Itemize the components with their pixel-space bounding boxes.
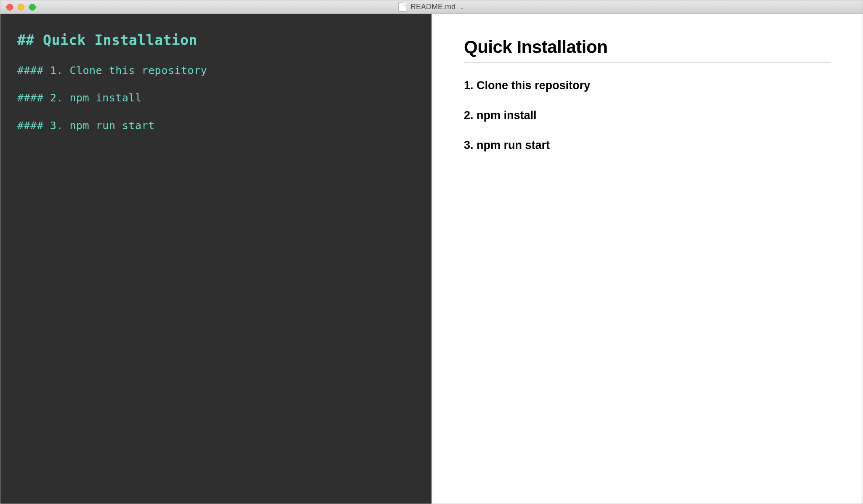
chevron-down-icon[interactable]: ⌄ (460, 4, 465, 11)
markdown-preview: Quick Installation 1. Clone this reposit… (432, 14, 863, 504)
content-area: ## Quick Installation #### 1. Clone this… (0, 14, 863, 504)
editor-line-h4[interactable]: #### 1. Clone this repository (17, 63, 415, 79)
editor-line-h4[interactable]: #### 2. npm install (17, 90, 415, 106)
maximize-button[interactable] (29, 4, 36, 11)
editor-line-h2[interactable]: ## Quick Installation (17, 30, 415, 51)
markdown-editor[interactable]: ## Quick Installation #### 1. Clone this… (0, 14, 432, 504)
editor-line-h4[interactable]: #### 3. npm run start (17, 118, 415, 134)
filename: README.md (410, 3, 455, 11)
preview-step: 3. npm run start (464, 139, 831, 152)
app-window: README.md ⌄ ## Quick Installation #### 1… (0, 0, 863, 504)
close-button[interactable] (6, 4, 13, 11)
traffic-lights (0, 4, 36, 11)
title-area[interactable]: README.md ⌄ (398, 2, 465, 12)
minimize-button[interactable] (18, 4, 24, 11)
preview-heading: Quick Installation (464, 37, 831, 63)
preview-step: 2. npm install (464, 109, 831, 122)
preview-step: 1. Clone this repository (464, 79, 831, 92)
file-icon (398, 2, 406, 12)
titlebar[interactable]: README.md ⌄ (0, 0, 863, 14)
